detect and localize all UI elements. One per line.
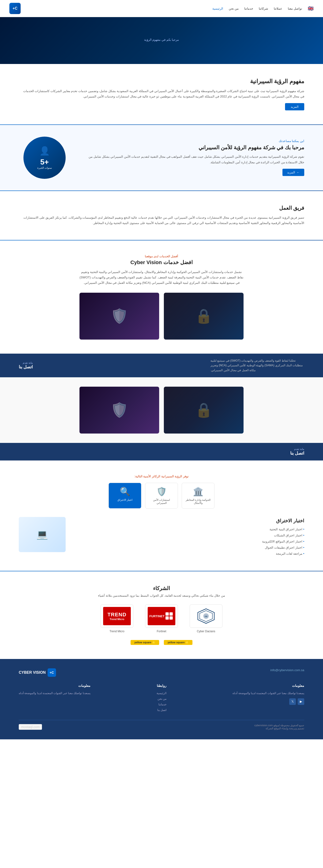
years-label: سنوات الخبرة <box>37 166 52 169</box>
service-card-lock-2: 🔒 <box>164 387 243 434</box>
footer-link-services[interactable]: خدماتنا <box>156 702 167 707</box>
service-card-person-2: 🛡️ <box>80 387 159 434</box>
services-body: نشمل خدمات واستشارات الأمن السيبراني الح… <box>80 269 243 286</box>
vision-more-btn[interactable]: المزيد <box>285 103 304 111</box>
help-more-btn[interactable]: ← المزيد <box>283 169 304 176</box>
nav-logo-text: C+ <box>13 6 18 10</box>
pentest-title: اختبار الاختراق <box>75 518 304 524</box>
btn-arrow-label: المزيد <box>287 170 295 174</box>
service-card-lock: 🔒 <box>164 293 243 340</box>
pentest-item-3: اختبار اختراق المواقع الالكترونية <box>75 538 304 545</box>
footer-col3-title: معلومات <box>19 684 90 687</box>
fortinet-logo: FURTINET <box>145 604 178 628</box>
cards-subtitle: توفر الرؤية السيبرانية الركائز الأمنية ا… <box>19 474 304 478</box>
footer-col-2: روابطنا الرئيسية من نحن خدماتنا اتصل بنا <box>156 684 167 713</box>
nav-link-companies[interactable]: شركاتنا <box>259 7 268 10</box>
svg-text:CD: CD <box>205 615 207 618</box>
card-pentest[interactable]: 🔍 اختبار الاختراق <box>109 483 141 508</box>
nav-link-clients[interactable]: عملائنا <box>274 7 282 10</box>
footer-link-home[interactable]: الرئيسية <box>156 690 167 696</box>
services-grid: 🔒 🛡️ <box>80 293 243 340</box>
card-consulting[interactable]: 🛡️ استشارات الأمن السيبراني <box>145 483 178 508</box>
copyright-text: جميع الحقوق محفوظة لموقع cybervision.com <box>254 724 304 727</box>
footer-email[interactable]: info@cybervision.com.sa <box>270 668 304 672</box>
nav-link-about[interactable]: من نحن <box>229 7 239 10</box>
lock-bg-2: 🔒 <box>164 387 243 434</box>
nav-logo[interactable]: C+ <box>9 3 21 14</box>
cards-row: 🏛️ الحوكمة وإدارة المخاطر والامتثال 🛡️ ا… <box>19 483 304 508</box>
person-bg-2: 🛡️ <box>80 387 159 434</box>
services-section-2: 🔒 🛡️ <box>0 377 323 443</box>
card-governance[interactable]: 🏛️ الحوكمة وإدارة المخاطر والامتثال <box>182 483 214 508</box>
pentest-label: اختبار الاختراق <box>111 498 139 501</box>
services-subtitle: أفضل الخدمات لدى موقعنا <box>19 254 304 258</box>
cards-image: 💻 <box>19 517 66 552</box>
team-body: تتميز فريق الرؤية السيبرانية بمستوى عديد… <box>19 215 304 226</box>
consulting-label: استشارات الأمن السيبراني <box>148 498 175 504</box>
trend-text: TREND <box>108 612 126 618</box>
lock-icon-2: 🔒 <box>195 402 213 418</box>
card-bg-3: 🔒 <box>164 387 243 434</box>
cyber-dacians-svg: CD <box>197 608 215 624</box>
footer-link-contact[interactable]: اتصل بنا <box>156 707 167 713</box>
yellow-badge-2: ⭐ yellow square <box>130 640 159 645</box>
badge-text-1: yellow square <box>168 641 185 644</box>
yellow-badge-1: ⭐ yellow square <box>164 640 193 645</box>
team-section: فريق العمل تتميز فريق الرؤية السيبرانية … <box>0 191 323 240</box>
vision-text: مفهوم الرؤية السيبرانية شركة مفهوم الرؤي… <box>19 78 304 111</box>
years-count: +5 <box>40 158 49 166</box>
consulting-icon: 🛡️ <box>148 487 175 497</box>
pentest-item-5: مراجعة لغات البرمجة <box>75 551 304 557</box>
banner1-desc: تحللنا لنقاط القوة والضعف والفرص والتهدي… <box>210 358 304 373</box>
lock-icon: 🔒 <box>195 308 213 324</box>
fortinet-logo-inner: FURTINET <box>148 607 175 625</box>
footer-bottom: جميع الحقوق محفوظة لموقع cybervision.com… <box>19 720 304 730</box>
footer-col1-title: معلومات <box>233 684 304 687</box>
social-twitter[interactable]: 𝕏 <box>289 698 296 705</box>
partner-cyber-dacians: CD Cyber Dacians <box>187 604 225 633</box>
btn-arrow-icon: ← <box>296 170 299 174</box>
vision-text-body: شركة مفهوم الرؤية السيبرانية تبث على تبن… <box>19 88 304 99</box>
partners-subtitle: من خلال بناء شبكتي نحاكي ونسعد لخدمة الع… <box>19 594 304 597</box>
mostaql-text: mostaql.com <box>21 725 39 729</box>
nav-link-contact[interactable]: تواصل معنا <box>288 7 302 10</box>
footer-top: info@cybervision.com.sa C+ CYBER VISION <box>19 668 304 677</box>
fortinet-grid <box>165 611 174 621</box>
mostaql-badge[interactable]: mostaql.com <box>19 724 42 730</box>
fortinet-block-3 <box>170 616 173 620</box>
services-title: افضل خدمات Cyber Vision <box>19 259 304 266</box>
help-title: مرحبا بك في شركة مفهوم الرؤية للأمن السي… <box>84 145 304 151</box>
banner1-title[interactable]: اتصل بنا <box>19 364 33 370</box>
pentest-text: اختبار الاختراق اختبار اختراق البنية الت… <box>75 513 304 557</box>
help-visual-col: 👤 +5 سنوات الخبرة <box>19 136 70 179</box>
micro-text: Trend Micro <box>110 618 124 621</box>
footer-link-about[interactable]: من نحن <box>156 696 167 702</box>
navigation: 🇬🇧 تواصل معنا عملائنا شركاتنا خدماتنا من… <box>0 0 323 17</box>
pentest-item-2: اختبار اختراق الشبكات <box>75 532 304 538</box>
hero-section: مرحبا بكم في مفهوم الرؤية <box>0 17 323 64</box>
contact-banner-2: مانة تقدم اتصل بنا <box>0 443 323 461</box>
fortinet-name: Fortinet <box>143 630 180 633</box>
badge-icon-1: ⭐ <box>185 641 189 644</box>
lock-bg: 🔒 <box>164 293 243 340</box>
yellow-badges: ⭐ yellow square ⭐ yellow square <box>19 640 304 645</box>
hero-welcome: مرحبا بكم في مفهوم الرؤية <box>144 38 179 41</box>
footer-logo-area: C+ CYBER VISION <box>19 668 56 677</box>
footer-col-1: معلومات يسعدنا تواصلك معنا عبر القنوات ا… <box>233 684 304 713</box>
pentest-icon: 🔍 <box>111 487 139 497</box>
nav-links: 🇬🇧 تواصل معنا عملائنا شركاتنا خدماتنا من… <box>212 6 314 11</box>
nav-link-services[interactable]: خدماتنا <box>244 7 253 10</box>
banner2-title[interactable]: اتصل بنا <box>290 451 304 456</box>
hero-content: مرحبا بكم في مفهوم الرؤية <box>135 29 188 53</box>
help-body: تقوم شركة الرؤية السيبرانية بتقديم خدمات… <box>84 154 304 165</box>
footer-col-3: معلومات يسعدنا تواصلك معنا عبر القنوات ا… <box>19 684 90 713</box>
footer-col3-text: يسعدنا تواصلك معنا عبر القنوات المعتمدة … <box>19 690 90 696</box>
social-youtube[interactable]: ▶ <box>298 698 304 705</box>
pentest-item-4: اختبار اختراق تطبيقات الجوال <box>75 545 304 551</box>
nav-flag: 🇬🇧 <box>308 6 314 11</box>
services-section: أفضل الخدمات لدى موقعنا افضل خدمات Cyber… <box>0 241 323 353</box>
banner2-right: مانة تقدم اتصل بنا <box>290 447 304 456</box>
nav-link-home[interactable]: الرئيسية <box>212 7 223 10</box>
person-icon: 👤 <box>39 146 50 156</box>
team-title: فريق العمل <box>19 205 304 211</box>
